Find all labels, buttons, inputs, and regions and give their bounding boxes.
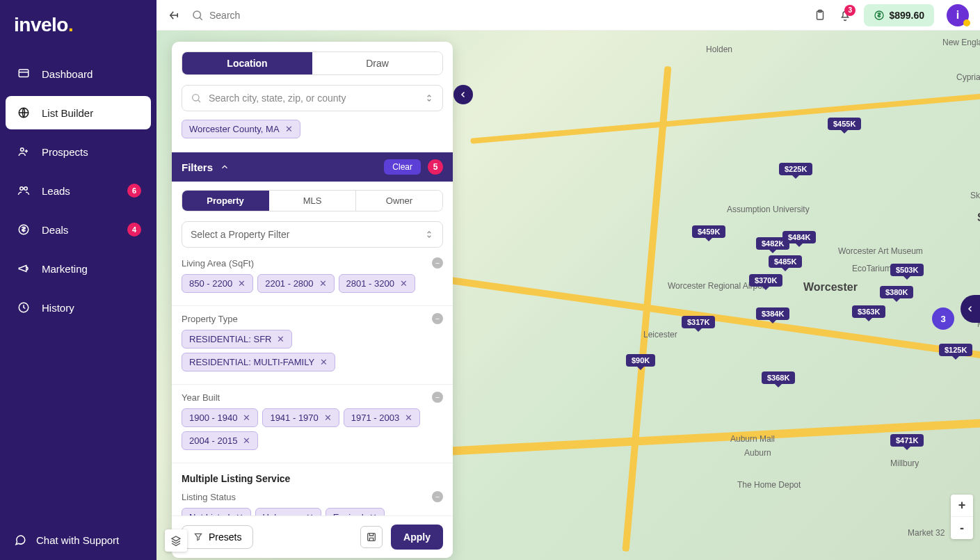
filter-chip[interactable]: 2801 - 3200✕ [339, 274, 415, 293]
balance-pill[interactable]: $899.60 [864, 4, 934, 26]
presets-button[interactable]: Presets [182, 525, 253, 549]
map-price-pin[interactable]: $503K [890, 264, 924, 276]
filter-chip[interactable]: 1941 - 1970✕ [262, 408, 339, 427]
logo-dot: . [68, 14, 73, 35]
filter-chip[interactable]: 2004 - 2015✕ [182, 431, 258, 450]
map-price-pin[interactable]: $370K [749, 274, 782, 287]
filter-category-tabs: Property MLS Owner [182, 190, 443, 211]
chevron-left-icon [459, 90, 467, 99]
chip-remove-icon[interactable]: ✕ [285, 124, 293, 134]
sidebar-item-leads[interactable]: Leads 6 [6, 174, 151, 207]
apply-button[interactable]: Apply [391, 525, 443, 550]
sidebar-item-prospects[interactable]: Prospects [6, 135, 151, 168]
search-icon [191, 9, 204, 22]
filter-chip[interactable]: 2201 - 2800✕ [257, 274, 334, 293]
filter-chip[interactable]: 1900 - 1940✕ [182, 408, 258, 427]
map-mode-button[interactable] [165, 529, 187, 552]
map-place-label: Ski Ward Ski Area [970, 191, 980, 200]
zoom-in-button[interactable]: + [951, 495, 973, 517]
sidebar-item-dashboard[interactable]: Dashboard [6, 57, 151, 90]
chip-remove-icon[interactable]: ✕ [243, 413, 250, 423]
chip-remove-icon[interactable]: ✕ [238, 278, 246, 289]
dashboard-icon [17, 67, 31, 81]
property-filter-label: Select a Property Filter [191, 229, 289, 240]
tab-draw[interactable]: Draw [312, 52, 442, 74]
chip-remove-icon[interactable]: ✕ [324, 413, 332, 423]
chip-remove-icon[interactable]: ✕ [319, 278, 327, 289]
map-price-pin[interactable]: $485K [769, 255, 802, 268]
map-price-pin[interactable]: $455K [828, 118, 861, 130]
chip-remove-icon[interactable]: ✕ [400, 278, 408, 289]
chip-label: 1971 - 2003 [351, 413, 399, 423]
svg-point-4 [24, 187, 28, 191]
filter-chip[interactable]: Worcester County, MA✕ [182, 120, 300, 138]
map-price-pin[interactable]: $484K [782, 231, 816, 243]
filter-group: Year Built−1900 - 1940✕1941 - 1970✕1971 … [172, 392, 453, 463]
filter-icon [193, 532, 203, 542]
tab-location[interactable]: Location [182, 52, 312, 74]
search-input[interactable] [209, 10, 418, 21]
map-price-pin[interactable]: $125K [939, 344, 972, 356]
map-price-pin[interactable]: $90K [626, 354, 655, 367]
logo: invelo. [0, 0, 156, 57]
sidebar-item-history[interactable]: History [6, 291, 151, 324]
sidebar-item-label: Deals [42, 224, 68, 236]
remove-group-button[interactable]: − [432, 392, 443, 403]
filter-group: Living Area (SqFt)−850 - 2200✕2201 - 280… [172, 257, 453, 306]
map-place-label: Holden [706, 45, 732, 54]
filter-chip[interactable]: 850 - 2200✕ [182, 274, 253, 293]
zoom-out-button[interactable]: - [951, 517, 973, 539]
property-filter-select[interactable]: Select a Property Filter [182, 221, 443, 248]
map-price-pin[interactable]: $317K [682, 316, 715, 328]
map-price-pin[interactable]: $363K [852, 305, 885, 318]
clear-filters-button[interactable]: Clear [384, 159, 421, 175]
chip-label: RESIDENTIAL: MULTI-FAMILY [189, 357, 314, 367]
map-price-pin[interactable]: $471K [890, 434, 924, 447]
remove-group-button[interactable]: − [432, 257, 443, 269]
remove-group-button[interactable]: − [432, 313, 443, 324]
chat-support-label: Chat with Support [36, 534, 119, 546]
panel-collapse-button[interactable] [453, 85, 473, 104]
filter-chip[interactable]: Not Listed✕ [182, 508, 251, 515]
chat-support-button[interactable]: Chat with Support [0, 520, 156, 560]
map-price-pin[interactable]: $459K [692, 225, 725, 238]
filter-chip[interactable]: 1971 - 2003✕ [344, 408, 420, 427]
location-search-input[interactable]: Search city, state, zip, or county [182, 85, 443, 111]
map-place-label: Assumption University [727, 205, 810, 214]
filter-chip[interactable]: RESIDENTIAL: SFR✕ [182, 330, 292, 349]
avatar[interactable]: i [947, 4, 969, 26]
save-preset-button[interactable] [360, 526, 383, 548]
tab-property[interactable]: Property [182, 191, 269, 211]
filters-header[interactable]: Filters Clear 5 [172, 152, 453, 182]
tab-mls[interactable]: MLS [269, 191, 356, 211]
map-price-pin[interactable]: $380K [880, 286, 913, 298]
notifications-button[interactable]: 3 [839, 9, 851, 22]
chip-remove-icon[interactable]: ✕ [405, 413, 412, 423]
topbar-right: 3 $899.60 i [814, 4, 969, 26]
map-cluster-pin[interactable]: 3 [932, 307, 954, 330]
clipboard-icon[interactable] [814, 9, 826, 22]
map[interactable]: HoldenShrewsburyWorcesterLeicesterAuburn… [156, 31, 980, 560]
back-button[interactable] [168, 9, 180, 22]
sidebar-item-label: Marketing [42, 263, 88, 275]
chip-remove-icon[interactable]: ✕ [320, 357, 328, 367]
chip-remove-icon[interactable]: ✕ [243, 435, 250, 446]
sidebar-item-deals[interactable]: Deals 4 [6, 213, 151, 246]
global-search[interactable] [191, 9, 814, 22]
dollar-icon [874, 10, 885, 21]
filter-chip[interactable]: Expired✕ [326, 508, 385, 515]
remove-group-button[interactable]: − [432, 491, 443, 502]
sidebar-item-list-builder[interactable]: List Builder [6, 96, 151, 129]
map-place-label: Cyprian Keyes Golf Club [956, 72, 980, 82]
chip-remove-icon[interactable]: ✕ [277, 334, 284, 344]
sidebar-item-marketing[interactable]: Marketing [6, 252, 151, 285]
map-place-label: Worcester Art Museum [838, 246, 923, 256]
filter-group: Property Type−RESIDENTIAL: SFR✕RESIDENTI… [172, 313, 453, 385]
map-price-pin[interactable]: $384K [756, 307, 789, 320]
tab-owner[interactable]: Owner [356, 191, 442, 211]
map-price-pin[interactable]: $225K [779, 163, 812, 175]
sidebar-item-label: List Builder [42, 107, 93, 119]
filter-chip[interactable]: RESIDENTIAL: MULTI-FAMILY✕ [182, 353, 335, 371]
map-price-pin[interactable]: $368K [762, 371, 795, 384]
filter-chip[interactable]: Unknown✕ [255, 508, 321, 515]
